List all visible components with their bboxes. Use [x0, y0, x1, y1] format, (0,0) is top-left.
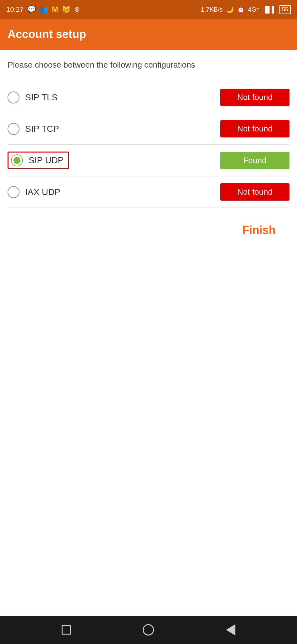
nav-recent-button[interactable] [225, 624, 237, 636]
nav-bar [0, 616, 297, 644]
status-bar-right: 1.7KB/s 🌙 ⏰ 4G⁺ ▐▌▌ 55 [201, 5, 291, 14]
config-item-left-sip-tls: SIP TLS [8, 92, 58, 103]
config-label-sip-tls: SIP TLS [25, 92, 58, 103]
nav-triangle-icon [226, 624, 235, 636]
status-badge-iax-udp: Not found [220, 183, 289, 201]
configuration-list: SIP TLS Not found SIP TCP Not found SIP … [8, 82, 289, 208]
finish-area: Finish [8, 208, 289, 253]
status-bar-left: 10:27 💬 👥 M 😸 ⊗ [6, 5, 80, 14]
nav-back-button[interactable] [60, 624, 72, 636]
radio-sip-udp[interactable] [11, 154, 23, 166]
page-title: Account setup [8, 28, 86, 41]
whatsapp-icon: 💬 [27, 5, 36, 14]
finish-button[interactable]: Finish [236, 220, 282, 240]
status-badge-sip-udp: Found [220, 152, 289, 169]
nav-home-button[interactable] [142, 624, 154, 636]
status-bar: 10:27 💬 👥 M 😸 ⊗ 1.7KB/s 🌙 ⏰ 4G⁺ ▐▌▌ 55 [0, 0, 297, 19]
config-label-sip-tcp: SIP TCP [25, 124, 59, 134]
nav-square-icon [62, 625, 71, 635]
time-display: 10:27 [6, 5, 24, 14]
radio-sip-tls[interactable] [8, 92, 19, 103]
config-item-sip-tcp[interactable]: SIP TCP Not found [8, 113, 289, 145]
config-item-left-sip-tcp: SIP TCP [8, 123, 59, 135]
status-badge-sip-tcp: Not found [220, 120, 289, 137]
radio-iax-udp[interactable] [8, 186, 19, 198]
alarm-icon: ⏰ [237, 6, 245, 13]
config-item-left-iax-udp: IAX UDP [8, 186, 60, 198]
config-label-sip-udp: SIP UDP [29, 155, 64, 165]
config-item-left-sip-udp: SIP UDP [8, 152, 69, 169]
status-badge-sip-tls: Not found [220, 89, 289, 106]
user-icon: 👥 [40, 5, 48, 14]
config-item-iax-udp[interactable]: IAX UDP Not found [8, 176, 289, 208]
radio-sip-tcp[interactable] [8, 123, 19, 135]
config-item-sip-udp[interactable]: SIP UDP Found [8, 145, 289, 176]
battery-indicator: 55 [279, 5, 291, 14]
app-header: Account setup [0, 19, 297, 50]
signal-icon: 4G⁺ [248, 6, 260, 13]
close-icon: ⊗ [74, 5, 80, 14]
config-item-sip-tls[interactable]: SIP TLS Not found [8, 82, 289, 113]
radio-inner-sip-udp [14, 157, 20, 164]
config-label-iax-udp: IAX UDP [25, 187, 60, 197]
moon-icon: 🌙 [226, 6, 234, 13]
main-content: Please choose between the following conf… [0, 50, 297, 616]
signal-bars-icon: ▐▌▌ [263, 6, 276, 13]
nav-circle-icon [143, 624, 154, 636]
page-description: Please choose between the following conf… [8, 59, 289, 70]
selected-highlight-sip-udp: SIP UDP [8, 152, 69, 169]
mcdonalds-icon: M [52, 5, 58, 14]
cat-icon: 😸 [62, 5, 70, 14]
network-speed: 1.7KB/s [201, 6, 223, 13]
